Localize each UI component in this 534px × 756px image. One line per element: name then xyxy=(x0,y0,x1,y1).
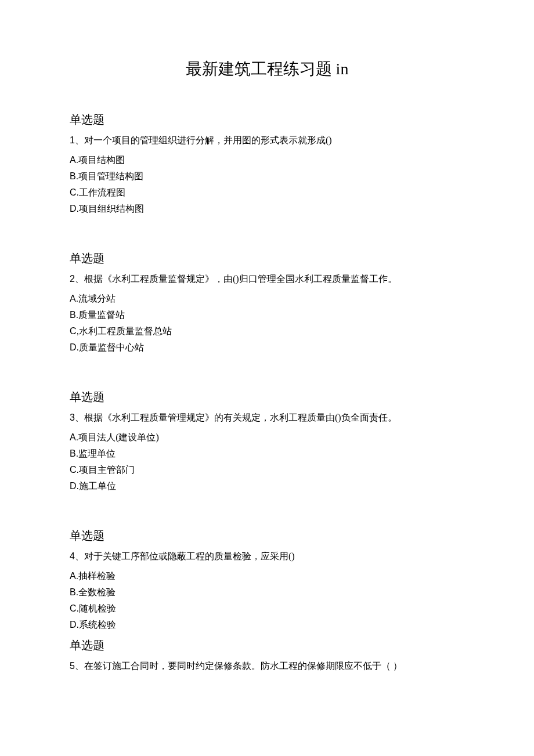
option-text: 质量监督中心站 xyxy=(79,342,144,352)
option-letter: B. xyxy=(70,171,78,181)
option-d: D.施工单位 xyxy=(70,478,464,494)
option-letter: B. xyxy=(70,587,78,597)
option-letter: D. xyxy=(70,481,79,491)
question-heading: 单选题 xyxy=(70,112,464,128)
question-block-3: 单选题 3、根据《水利工程质量管理规定》的有关规定，水利工程质量由()负全面责任… xyxy=(70,389,464,494)
option-letter: A. xyxy=(70,432,78,442)
question-stem: 对于关键工序部位或隐蔽工程的质量检验，应采用() xyxy=(84,551,295,561)
question-text: 4、对于关键工序部位或隐蔽工程的质量检验，应采用() xyxy=(70,549,464,563)
question-heading: 单选题 xyxy=(70,528,464,544)
question-number: 1、 xyxy=(70,135,84,145)
option-d: D.质量监督中心站 xyxy=(70,339,464,356)
option-letter: C. xyxy=(70,187,79,197)
option-text: 流域分站 xyxy=(78,294,116,303)
option-text: 系统检验 xyxy=(79,620,116,630)
option-c: C.项目主管部门 xyxy=(70,462,464,478)
question-number: 3、 xyxy=(70,413,84,422)
question-heading: 单选题 xyxy=(70,389,464,405)
question-stem: 根据《水利工程质量监督规定》，由()归口管理全国水利工程质量监督工作。 xyxy=(84,274,397,284)
option-b: B.监理单位 xyxy=(70,446,464,462)
option-b: B.质量监督站 xyxy=(70,307,464,323)
option-letter: B. xyxy=(70,310,78,320)
page-title: 最新建筑工程练习题 in xyxy=(70,58,464,80)
option-c: C.工作流程图 xyxy=(70,185,464,201)
option-letter: D. xyxy=(70,620,79,630)
option-text: 全数检验 xyxy=(78,587,116,597)
option-d: D.系统检验 xyxy=(70,617,464,633)
question-text: 5、在签订施工合同时，要同时约定保修条款。防水工程的保修期限应不低于（ ） xyxy=(70,659,464,673)
option-text: 项目主管部门 xyxy=(79,465,135,475)
option-letter: C. xyxy=(70,603,79,613)
question-heading: 单选题 xyxy=(70,251,464,266)
option-text: 项目结构图 xyxy=(78,155,125,165)
option-text: 抽样检验 xyxy=(78,571,116,581)
question-stem: 在签订施工合同时，要同时约定保修条款。防水工程的保修期限应不低于（ ） xyxy=(84,661,402,671)
question-number: 4、 xyxy=(70,551,84,561)
option-b: B.全数检验 xyxy=(70,584,464,601)
option-a: A.抽样检验 xyxy=(70,568,464,584)
question-text: 3、根据《水利工程质量管理规定》的有关规定，水利工程质量由()负全面责任。 xyxy=(70,411,464,425)
option-c: C.随机检验 xyxy=(70,601,464,617)
option-c: C,水利工程质量监督总站 xyxy=(70,323,464,339)
option-text: 项目法人(建设单位) xyxy=(78,432,159,442)
option-a: A.流域分站 xyxy=(70,291,464,307)
option-letter: C, xyxy=(70,326,79,336)
option-letter: A. xyxy=(70,571,78,581)
question-block-5: 单选题 5、在签订施工合同时，要同时约定保修条款。防水工程的保修期限应不低于（ … xyxy=(70,638,464,673)
option-letter: D. xyxy=(70,204,79,214)
option-letter: A. xyxy=(70,155,78,165)
option-text: 质量监督站 xyxy=(78,310,125,320)
option-text: 监理单位 xyxy=(78,448,116,458)
option-d: D.项目组织结构图 xyxy=(70,201,464,217)
question-number: 2、 xyxy=(70,274,84,284)
option-text: 随机检验 xyxy=(79,603,116,613)
question-block-2: 单选题 2、根据《水利工程质量监督规定》，由()归口管理全国水利工程质量监督工作… xyxy=(70,251,464,356)
question-block-1: 单选题 1、对一个项目的管理组织进行分解，并用图的形式表示就形成() A.项目结… xyxy=(70,112,464,217)
option-a: A.项目结构图 xyxy=(70,152,464,168)
option-b: B.项目管理结构图 xyxy=(70,168,464,185)
question-heading: 单选题 xyxy=(70,638,464,653)
question-stem: 根据《水利工程质量管理规定》的有关规定，水利工程质量由()负全面责任。 xyxy=(84,413,397,422)
option-text: 工作流程图 xyxy=(79,187,125,197)
option-text: 水利工程质量监督总站 xyxy=(79,326,172,336)
option-text: 项目组织结构图 xyxy=(79,204,144,214)
option-letter: B. xyxy=(70,448,78,458)
question-text: 1、对一个项目的管理组织进行分解，并用图的形式表示就形成() xyxy=(70,133,464,147)
option-text: 项目管理结构图 xyxy=(78,171,143,181)
question-text: 2、根据《水利工程质量监督规定》，由()归口管理全国水利工程质量监督工作。 xyxy=(70,272,464,286)
option-letter: C. xyxy=(70,465,79,475)
question-block-4: 单选题 4、对于关键工序部位或隐蔽工程的质量检验，应采用() A.抽样检验 B.… xyxy=(70,528,464,633)
option-a: A.项目法人(建设单位) xyxy=(70,429,464,446)
question-stem: 对一个项目的管理组织进行分解，并用图的形式表示就形成() xyxy=(84,135,332,145)
option-text: 施工单位 xyxy=(79,481,116,491)
option-letter: A. xyxy=(70,294,78,303)
option-letter: D. xyxy=(70,342,79,352)
question-number: 5、 xyxy=(70,661,84,671)
